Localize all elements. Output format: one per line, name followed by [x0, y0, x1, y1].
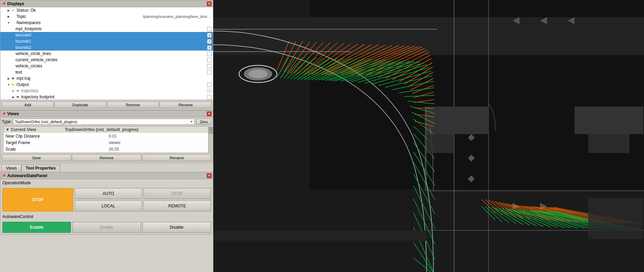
scrollbar-thumb[interactable]: [209, 127, 213, 134]
remote-button[interactable]: REMOTE: [143, 200, 211, 211]
list-item[interactable]: ▶ 👁 mpt traj: [0, 75, 213, 81]
enable-active-button[interactable]: Enable: [2, 222, 71, 233]
rename-button[interactable]: Rename: [160, 101, 212, 108]
svg-point-19: [248, 69, 268, 78]
list-item[interactable]: ▼ Namespaces: [0, 20, 213, 26]
eye-icon: 👁: [11, 76, 15, 81]
table-row: Near Clip Distance 0.01: [3, 133, 210, 140]
spacer: [11, 39, 15, 43]
checkbox[interactable]: [207, 64, 212, 68]
pin-icon: 📌: [2, 112, 6, 116]
autoware-panel-header: 📌 AutowareStatePanel ✕: [0, 172, 213, 179]
dropdown-arrow-icon: ▼: [190, 120, 193, 123]
expand-arrow: ▼: [7, 83, 11, 87]
checkbox[interactable]: [207, 52, 212, 56]
svg-rect-7: [427, 107, 489, 134]
tool-properties-section: 📌 AutowareStatePanel ✕ OperationMode STO…: [0, 172, 213, 272]
views-table-container: ▼ Current View TopDownOrtho (rviz_defaul…: [3, 126, 210, 153]
displays-header: 📌 Displays ✕: [0, 0, 213, 7]
displays-close-button[interactable]: ✕: [207, 1, 212, 6]
list-item[interactable]: ▶ 👁 trajectory: [0, 88, 213, 94]
list-item[interactable]: text: [0, 69, 213, 75]
table-row: ▼ Current View TopDownOrtho (rviz_defaul…: [3, 127, 210, 133]
zero-button[interactable]: Zero: [196, 119, 212, 125]
list-item[interactable]: ▶ ✓ Status: Ok: [0, 7, 213, 13]
views-title: Views: [7, 111, 19, 116]
tab-views[interactable]: Views: [1, 164, 21, 172]
item-label: trajectory: [21, 88, 207, 93]
displays-section: 📌 Displays ✕ ▶ ✓ Status: Ok ▶ Topic /pla…: [0, 0, 213, 110]
svg-rect-3: [213, 17, 644, 55]
field-label: Near Clip Distance: [3, 133, 107, 140]
checkbox[interactable]: [207, 33, 212, 37]
checkbox[interactable]: [207, 70, 212, 75]
list-item[interactable]: bounds0: [0, 32, 213, 38]
expand-arrow: ▶: [7, 76, 11, 80]
scrollbar[interactable]: [208, 126, 213, 153]
svg-rect-148: [425, 107, 427, 191]
list-item[interactable]: ▶ 👁 trajectory footprint: [0, 94, 213, 100]
expand-arrow: ▶: [11, 89, 15, 93]
operation-mode-buttons: STOP AUTO LOCAL STOP REMOTE: [0, 187, 213, 213]
field-value: 0.01: [107, 133, 210, 140]
checkbox[interactable]: [207, 83, 212, 87]
item-label: trajectory footprint: [21, 95, 207, 99]
checkbox[interactable]: [207, 27, 212, 31]
current-view-header: ▼ Current View TopDownOrtho (rviz_defaul…: [3, 127, 210, 133]
list-item[interactable]: vehicle_circle_lines: [0, 51, 213, 57]
type-select-value: TopDownOrtho (rviz_default_plugins): [15, 120, 77, 124]
field-value: viewer: [107, 140, 210, 146]
stop-inactive-button[interactable]: STOP: [143, 188, 211, 199]
remove-button[interactable]: Remove: [107, 101, 159, 108]
list-item[interactable]: vehicle_circles: [0, 63, 213, 69]
left-panel: 📌 Displays ✕ ▶ ✓ Status: Ok ▶ Topic /pla…: [0, 0, 213, 272]
list-item[interactable]: bounds2: [0, 44, 213, 51]
checkbox[interactable]: [207, 39, 212, 44]
expand-arrow: ▶: [7, 8, 11, 12]
checkbox[interactable]: [207, 95, 212, 99]
svg-rect-8: [575, 107, 643, 134]
expand-down-icon: ▼: [6, 127, 10, 132]
autoware-panel: 📌 AutowareStatePanel ✕ OperationMode STO…: [0, 172, 213, 235]
checkbox[interactable]: [207, 58, 212, 62]
expand-arrow: ▶: [11, 95, 15, 99]
list-item[interactable]: current_vehicle_circles: [0, 57, 213, 63]
item-label: current_vehicle_circles: [15, 57, 207, 62]
list-item[interactable]: bounds1: [0, 38, 213, 44]
disable-button[interactable]: Disable: [142, 222, 211, 233]
spacer-icon: [11, 20, 15, 25]
local-button[interactable]: LOCAL: [75, 200, 142, 211]
list-item[interactable]: ▼ 📁 Output: [0, 81, 213, 88]
autoware-panel-title: AutowareStatePanel: [7, 173, 47, 178]
add-button[interactable]: Add: [2, 101, 54, 108]
tab-tool-properties[interactable]: Tool Properties: [21, 164, 60, 172]
views-header: 📌 Views ✕: [0, 110, 213, 117]
spacer: [11, 27, 15, 31]
checkbox[interactable]: [207, 45, 212, 50]
svg-rect-150: [588, 134, 630, 153]
stop-active-button[interactable]: STOP: [2, 188, 73, 211]
views-close-button[interactable]: ✕: [207, 111, 212, 116]
views-remove-button[interactable]: Remove: [72, 154, 141, 161]
save-button[interactable]: Save: [2, 154, 71, 161]
auto-button[interactable]: AUTO: [75, 188, 142, 199]
enable-inactive-button[interactable]: Enable: [72, 222, 141, 233]
displays-button-bar: Add Duplicate Remove Rename: [0, 100, 213, 110]
list-item[interactable]: ▶ Topic /planning/scenario_planning/lane…: [0, 13, 213, 20]
spacer: [11, 45, 15, 50]
views-rename-button[interactable]: Rename: [142, 154, 212, 161]
item-label: vehicle_circles: [15, 64, 207, 68]
type-select[interactable]: TopDownOrtho (rviz_default_plugins) ▼: [13, 119, 195, 125]
list-item[interactable]: mpt_footprints: [0, 26, 213, 32]
displays-tree: ▶ ✓ Status: Ok ▶ Topic /planning/scenari…: [0, 7, 213, 100]
item-label: text: [15, 70, 207, 75]
duplicate-button[interactable]: Duplicate: [54, 101, 106, 108]
folder-icon: 📁: [11, 82, 15, 87]
item-label: mpt_footprints: [15, 26, 207, 31]
table-row: Target Frame viewer: [3, 140, 210, 146]
pin-icon: 📌: [2, 174, 6, 177]
checkbox[interactable]: [207, 89, 212, 93]
views-table: ▼ Current View TopDownOrtho (rviz_defaul…: [3, 127, 210, 153]
autoware-close-button[interactable]: ✕: [207, 173, 212, 178]
operation-mode-label: OperationMode: [0, 179, 213, 187]
